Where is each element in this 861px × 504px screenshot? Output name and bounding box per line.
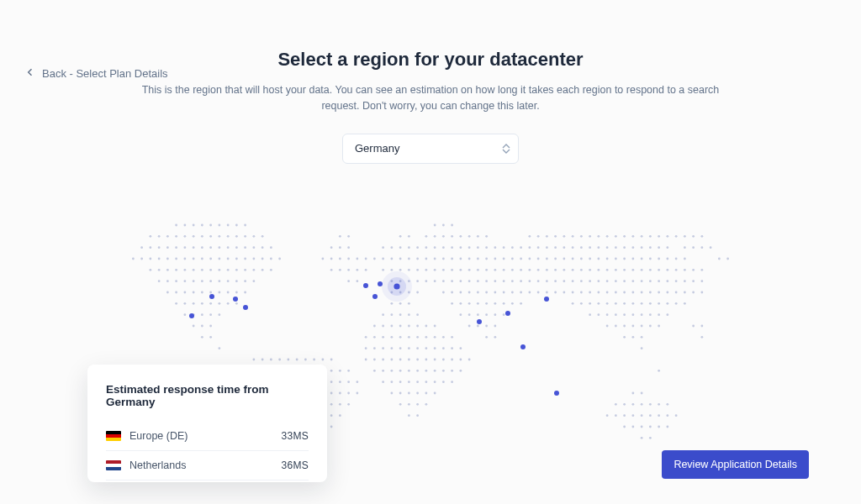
svg-point-149	[451, 258, 453, 260]
svg-point-367	[183, 313, 186, 316]
svg-point-139	[365, 258, 367, 260]
svg-point-509	[339, 381, 341, 383]
svg-point-78	[382, 246, 384, 249]
svg-point-401	[416, 325, 419, 328]
svg-point-235	[692, 269, 695, 271]
svg-point-317	[572, 291, 574, 294]
svg-point-179	[149, 269, 151, 271]
svg-point-43	[572, 235, 574, 238]
svg-point-447	[451, 347, 453, 349]
svg-point-227	[623, 269, 626, 271]
svg-point-442	[408, 347, 410, 349]
svg-point-144	[408, 258, 410, 260]
svg-point-392	[666, 313, 668, 316]
svg-point-0	[175, 224, 177, 227]
svg-point-465	[408, 359, 410, 361]
svg-point-86	[451, 246, 453, 249]
svg-point-206	[442, 269, 445, 271]
flag-nl-icon	[106, 460, 121, 470]
svg-point-539	[434, 392, 436, 395]
svg-point-267	[528, 280, 531, 282]
svg-point-215	[520, 269, 522, 271]
svg-point-92	[503, 246, 505, 249]
svg-point-578	[631, 414, 634, 417]
svg-point-261	[477, 280, 479, 282]
svg-point-156	[511, 258, 514, 260]
svg-point-425	[416, 336, 419, 339]
svg-point-189	[235, 269, 238, 271]
svg-point-192	[261, 269, 264, 271]
svg-point-141	[382, 258, 384, 260]
svg-point-161	[554, 258, 557, 260]
svg-point-385	[606, 313, 609, 316]
svg-point-359	[623, 302, 626, 305]
svg-point-622	[554, 391, 559, 396]
svg-point-8	[244, 224, 246, 227]
svg-point-18	[201, 235, 203, 238]
svg-point-191	[252, 269, 255, 271]
svg-point-1	[183, 224, 186, 227]
svg-point-612	[233, 297, 238, 302]
svg-point-100	[572, 246, 574, 249]
svg-point-117	[140, 258, 143, 260]
svg-point-27	[347, 235, 350, 238]
svg-point-266	[520, 280, 522, 282]
svg-point-90	[485, 246, 488, 249]
svg-point-314	[546, 291, 548, 294]
svg-point-456	[304, 359, 307, 361]
svg-point-536	[408, 392, 410, 395]
svg-point-377	[459, 313, 462, 316]
svg-point-113	[692, 246, 695, 249]
svg-point-185	[201, 269, 203, 271]
svg-point-579	[641, 414, 643, 417]
svg-point-257	[442, 280, 445, 282]
svg-point-493	[434, 370, 436, 372]
svg-point-133	[278, 258, 281, 260]
svg-point-410	[623, 325, 626, 328]
svg-point-6	[227, 224, 230, 227]
svg-point-48	[615, 235, 617, 238]
svg-point-592	[631, 426, 634, 428]
svg-point-472	[468, 359, 471, 361]
svg-point-330	[684, 291, 686, 294]
svg-point-358	[615, 302, 617, 305]
svg-point-176	[684, 258, 686, 260]
svg-point-303	[451, 291, 453, 294]
svg-point-307	[485, 291, 488, 294]
region-select[interactable]: Germany	[342, 134, 519, 164]
svg-point-24	[252, 235, 255, 238]
svg-point-451	[261, 359, 264, 361]
svg-point-57	[692, 235, 695, 238]
svg-point-418	[209, 336, 212, 339]
svg-point-194	[330, 269, 333, 271]
svg-point-602	[641, 437, 643, 439]
svg-point-204	[425, 269, 427, 271]
svg-point-225	[606, 269, 609, 271]
svg-point-17	[193, 235, 195, 238]
svg-point-311	[520, 291, 522, 294]
svg-point-394	[201, 325, 203, 328]
svg-point-205	[434, 269, 436, 271]
svg-point-413	[649, 325, 652, 328]
back-link[interactable]: Back - Select Plan Details	[25, 67, 168, 80]
svg-point-552	[347, 403, 350, 406]
svg-point-168	[615, 258, 617, 260]
svg-point-200	[390, 269, 393, 271]
review-application-button[interactable]: Review Application Details	[662, 450, 809, 479]
svg-point-460	[365, 359, 367, 361]
svg-point-73	[261, 246, 264, 249]
svg-point-166	[597, 258, 600, 260]
svg-point-582	[666, 414, 668, 417]
svg-point-520	[451, 381, 453, 383]
svg-point-339	[227, 302, 230, 305]
svg-point-188	[227, 269, 230, 271]
svg-point-241	[193, 280, 195, 282]
svg-point-429	[451, 336, 453, 339]
svg-point-198	[365, 269, 367, 271]
svg-point-304	[459, 291, 462, 294]
svg-point-514	[399, 381, 402, 383]
svg-point-126	[218, 258, 220, 260]
svg-point-399	[399, 325, 402, 328]
svg-point-366	[684, 302, 686, 305]
svg-point-16	[183, 235, 186, 238]
